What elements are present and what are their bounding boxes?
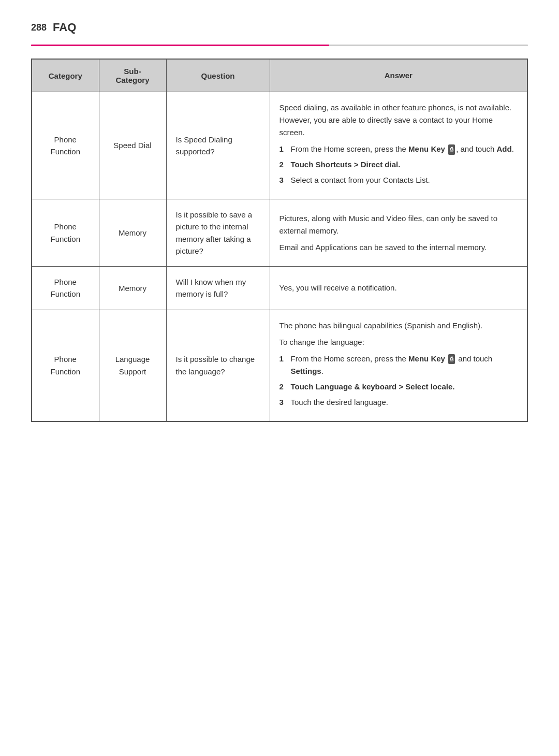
answer-step-1-1: 1 From the Home screen, press the Menu K… — [280, 143, 518, 155]
answer-step-4-1: 1 From the Home screen, press the Menu K… — [280, 353, 518, 377]
answer-line-3-1: Yes, you will receive a notification. — [280, 282, 518, 294]
table-row: PhoneFunction Language Support Is it pos… — [32, 310, 527, 421]
cell-category-3: PhoneFunction — [32, 267, 99, 310]
page-title: FAQ — [53, 21, 76, 34]
cell-answer-1: Speed dialing, as available in other fea… — [270, 92, 527, 199]
col-header-answer: Answer — [270, 59, 527, 92]
answer-intro-4: The phone has bilingual capabilities (Sp… — [280, 319, 518, 332]
answer-intro-1: Speed dialing, as available in other fea… — [280, 101, 518, 139]
cell-answer-3: Yes, you will receive a notification. — [270, 267, 527, 310]
cell-category-4: PhoneFunction — [32, 310, 99, 421]
cell-subcategory-4: Language Support — [99, 310, 166, 421]
faq-table: Category Sub-Category Question Answer Ph… — [31, 59, 528, 422]
cell-subcategory-1: Speed Dial — [99, 92, 166, 199]
step-number: 3 — [280, 396, 289, 409]
step-text: From the Home screen, press the Menu Key… — [291, 143, 518, 155]
table-row: PhoneFunction Memory Will I know when my… — [32, 267, 527, 310]
header-divider — [31, 45, 528, 46]
cell-subcategory-2: Memory — [99, 199, 166, 267]
answer-step-1-3: 3 Select a contact from your Contacts Li… — [280, 174, 518, 186]
cell-question-2: Is it possible to save a picture to the … — [166, 199, 270, 267]
step-number: 1 — [280, 143, 289, 155]
cell-question-3: Will I know when my memory is full? — [166, 267, 270, 310]
step-text: Touch Shortcuts > Direct dial. — [291, 158, 518, 171]
table-header-row: Category Sub-Category Question Answer — [32, 59, 527, 92]
step-text: Touch the desired language. — [291, 396, 518, 409]
step-text: From the Home screen, press the Menu Key… — [291, 353, 518, 377]
cell-subcategory-3: Memory — [99, 267, 166, 310]
col-header-category: Category — [32, 59, 99, 92]
bold-add: Add — [497, 144, 512, 153]
page-number: 288 — [31, 22, 47, 33]
table-row: PhoneFunction Memory Is it possible to s… — [32, 199, 527, 267]
menu-key-icon: ⎙ — [448, 144, 455, 155]
answer-step-4-2: 2 Touch Language & keyboard > Select loc… — [280, 381, 518, 393]
answer-pre-steps-4: To change the language: — [280, 336, 518, 348]
cell-category-2: PhoneFunction — [32, 199, 99, 267]
step-text: Touch Language & keyboard > Select local… — [291, 381, 518, 393]
answer-line-2-1: Pictures, along with Music and Video fil… — [280, 212, 518, 237]
answer-step-1-2: 2 Touch Shortcuts > Direct dial. — [280, 158, 518, 171]
answer-line-2-2: Email and Applications can be saved to t… — [280, 241, 518, 254]
cell-question-4: Is it possible to change the language? — [166, 310, 270, 421]
step-number: 3 — [280, 174, 289, 186]
cell-question-1: Is Speed Dialing supported? — [166, 92, 270, 199]
bold-settings: Settings — [291, 367, 321, 375]
bold-text: Menu Key — [408, 144, 445, 153]
menu-key-icon: ⎙ — [448, 354, 455, 365]
col-header-subcategory: Sub-Category — [99, 59, 166, 92]
cell-answer-2: Pictures, along with Music and Video fil… — [270, 199, 527, 267]
col-header-question: Question — [166, 59, 270, 92]
answer-step-4-3: 3 Touch the desired language. — [280, 396, 518, 409]
bold-text: Menu Key — [408, 354, 445, 363]
step-number: 2 — [280, 158, 289, 171]
cell-answer-4: The phone has bilingual capabilities (Sp… — [270, 310, 527, 421]
table-row: PhoneFunction Speed Dial Is Speed Dialin… — [32, 92, 527, 199]
cell-category-1: PhoneFunction — [32, 92, 99, 199]
page-header: 288 FAQ — [31, 21, 528, 34]
step-number: 1 — [280, 353, 289, 377]
step-number: 2 — [280, 381, 289, 393]
step-text: Select a contact from your Contacts List… — [291, 174, 518, 186]
